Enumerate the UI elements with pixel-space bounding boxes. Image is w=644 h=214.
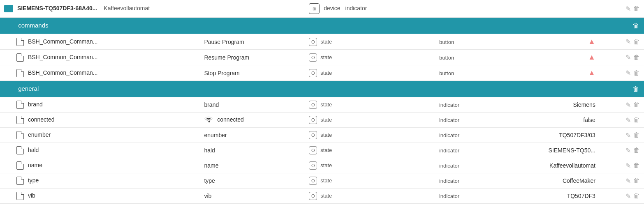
- section-header-commands[interactable]: commands 🗑: [0, 18, 644, 34]
- row-delete-icon[interactable]: 🗑: [633, 69, 640, 77]
- section-label-commands: commands: [0, 18, 600, 34]
- section-delete-cell-general[interactable]: 🗑: [600, 81, 644, 97]
- row-delete-icon[interactable]: 🗑: [633, 116, 640, 124]
- row-delete-icon[interactable]: 🗑: [633, 101, 640, 108]
- row-type-label: indicator: [439, 163, 459, 169]
- device-title-cell: SIEMENS-TQ507DF3-68A40... Kaffeevollauto…: [0, 0, 305, 18]
- row-name-cell: connected: [0, 113, 200, 128]
- row-value: false: [583, 117, 595, 123]
- warning-icon: ▲: [588, 69, 595, 77]
- row-type-label: indicator: [439, 147, 459, 154]
- row-type-label: button: [439, 70, 454, 76]
- row-value-cell: ▲: [491, 50, 600, 65]
- table-row: connected connected state indicator: [0, 113, 644, 128]
- row-actions-cell[interactable]: ✎ 🗑: [600, 113, 644, 128]
- state-circle: [309, 53, 317, 62]
- row-display-name-cell: Stop Program: [200, 65, 305, 81]
- row-actions-cell[interactable]: ✎ 🗑: [600, 34, 644, 50]
- row-display-name: hald: [204, 147, 215, 154]
- row-value-cell: TQ507DF3: [491, 189, 600, 204]
- row-display-name: Resume Program: [204, 54, 249, 61]
- file-icon: [16, 161, 24, 170]
- row-display-name: connected: [217, 116, 244, 123]
- row-type-cell: button: [435, 50, 491, 65]
- row-display-name-cell: type: [200, 173, 305, 189]
- row-delete-icon[interactable]: 🗑: [633, 147, 640, 154]
- row-edit-icon[interactable]: ✎: [625, 38, 631, 46]
- row-value-cell: ▲: [491, 34, 600, 50]
- row-delete-icon[interactable]: 🗑: [633, 131, 640, 139]
- row-edit-icon[interactable]: ✎: [625, 162, 631, 170]
- row-delete-icon[interactable]: 🗑: [633, 177, 640, 184]
- row-display-name: name: [204, 162, 218, 169]
- row-edit-icon[interactable]: ✎: [625, 192, 631, 200]
- main-table: SIEMENS-TQ507DF3-68A40... Kaffeevollauto…: [0, 0, 644, 204]
- row-value-cell: Siemens: [491, 97, 600, 113]
- table-row: enumber enumber state indicator TQ507DF3…: [0, 128, 644, 143]
- row-type-label: button: [439, 39, 454, 45]
- section-delete-cell-commands[interactable]: 🗑: [600, 18, 644, 34]
- row-edit-icon[interactable]: ✎: [625, 177, 631, 185]
- row-value: TQ507DF3/03: [559, 132, 595, 138]
- row-display-name-cell: vib: [200, 189, 305, 204]
- row-value: Siemens: [573, 101, 595, 108]
- row-delete-icon[interactable]: 🗑: [633, 192, 640, 200]
- device-edit-icon[interactable]: ✎: [625, 5, 631, 13]
- row-display-name-cell: name: [200, 158, 305, 173]
- section-delete-icon-general[interactable]: 🗑: [632, 85, 639, 93]
- row-actions-cell[interactable]: ✎ 🗑: [600, 189, 644, 204]
- row-actions-cell[interactable]: ✎ 🗑: [600, 65, 644, 81]
- row-name: BSH_Common_Comman...: [28, 69, 98, 76]
- state-circle: [309, 131, 317, 139]
- row-state-label: state: [320, 132, 332, 138]
- row-name: brand: [28, 101, 43, 108]
- section-label-general: general: [0, 81, 600, 97]
- device-edit-delete[interactable]: ✎ 🗑: [600, 0, 644, 18]
- row-state-label: state: [320, 117, 332, 123]
- row-state-cell: state: [305, 158, 435, 173]
- device-icon: ⊞: [309, 3, 320, 14]
- device-delete-icon[interactable]: 🗑: [633, 5, 640, 12]
- row-delete-icon[interactable]: 🗑: [633, 38, 640, 46]
- row-actions-cell[interactable]: ✎ 🗑: [600, 128, 644, 143]
- row-state-cell: state: [305, 97, 435, 113]
- row-state-label: state: [320, 101, 332, 108]
- file-icon: [16, 146, 24, 154]
- device-actions: [435, 0, 491, 18]
- wifi-icon: [204, 116, 213, 124]
- section-delete-icon-commands[interactable]: 🗑: [632, 22, 639, 30]
- row-delete-icon[interactable]: 🗑: [633, 54, 640, 61]
- file-icon: [16, 53, 24, 62]
- file-icon: [16, 177, 24, 185]
- table-row: brand brand state indicator Siemens ✎ 🗑: [0, 97, 644, 113]
- row-edit-icon[interactable]: ✎: [625, 147, 631, 154]
- row-actions-cell[interactable]: ✎ 🗑: [600, 97, 644, 113]
- warning-icon: ▲: [588, 37, 595, 46]
- row-type-cell: button: [435, 34, 491, 50]
- folder-open-icon: [4, 5, 13, 12]
- row-actions-cell[interactable]: ✎ 🗑: [600, 158, 644, 173]
- row-type-label: indicator: [439, 178, 459, 184]
- row-delete-icon[interactable]: 🗑: [633, 162, 640, 169]
- row-type-cell: indicator: [435, 173, 491, 189]
- row-edit-icon[interactable]: ✎: [625, 53, 631, 61]
- table-row: name name state indicator Kaffeevollauto…: [0, 158, 644, 173]
- file-icon: [16, 131, 24, 139]
- section-header-general[interactable]: general 🗑: [0, 81, 644, 97]
- row-name: name: [28, 162, 42, 168]
- row-display-name: Pause Program: [204, 39, 244, 45]
- row-actions-cell[interactable]: ✎ 🗑: [600, 50, 644, 65]
- row-name: BSH_Common_Comman...: [28, 53, 98, 60]
- row-value: TQ507DF3: [567, 193, 595, 199]
- table-row: BSH_Common_Comman... Resume Program stat…: [0, 50, 644, 65]
- row-value: Kaffeevollautomat: [549, 162, 595, 169]
- row-edit-icon[interactable]: ✎: [625, 101, 631, 109]
- row-state-label: state: [320, 38, 332, 44]
- device-header-row: SIEMENS-TQ507DF3-68A40... Kaffeevollauto…: [0, 0, 644, 18]
- row-actions-cell[interactable]: ✎ 🗑: [600, 143, 644, 158]
- row-edit-icon[interactable]: ✎: [625, 116, 631, 124]
- row-edit-icon[interactable]: ✎: [625, 69, 631, 77]
- file-icon: [16, 101, 24, 109]
- row-edit-icon[interactable]: ✎: [625, 131, 631, 139]
- row-actions-cell[interactable]: ✎ 🗑: [600, 173, 644, 189]
